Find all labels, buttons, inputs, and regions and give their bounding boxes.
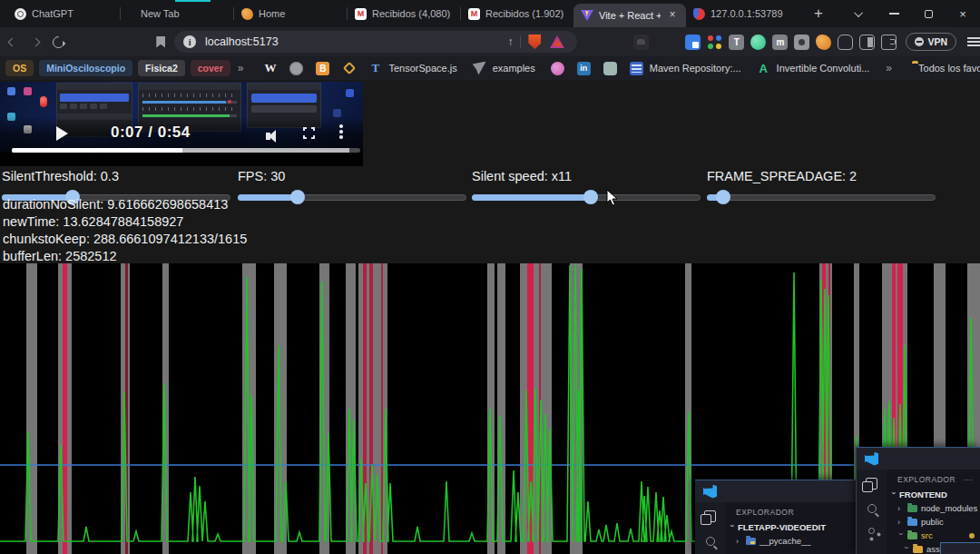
tab-gmail-2[interactable]: M Recibidos (1.902) - g — [461, 0, 573, 27]
frame-spreadage-slider[interactable] — [707, 190, 936, 204]
desktop-icon — [7, 87, 15, 95]
share-icon[interactable]: ↑ — [507, 35, 513, 48]
green-gem-extension-icon[interactable] — [750, 35, 766, 50]
close-button[interactable]: × — [946, 0, 980, 27]
tab-local-ip[interactable]: 127.0.0.1:53789 — [686, 0, 799, 27]
linkedin-bookmark-icon[interactable]: in — [577, 62, 591, 75]
t-extension-icon[interactable]: T — [729, 35, 744, 50]
fullscreen-icon[interactable] — [303, 127, 315, 139]
bookmark-maven[interactable]: Maven Repository:... — [650, 63, 741, 74]
bookmarks-overflow-chevron[interactable]: » — [238, 62, 243, 74]
home-favicon — [241, 8, 253, 20]
project-row-frontend[interactable]: › FRONTEND — [887, 490, 980, 500]
desktop-icon — [346, 89, 354, 97]
slider-thumb[interactable] — [290, 190, 305, 204]
chevron-down-icon: › — [897, 532, 906, 539]
m-extension-icon[interactable]: m — [772, 35, 788, 50]
silent-speed-slider[interactable] — [472, 190, 701, 204]
search-icon[interactable] — [867, 504, 877, 513]
colorful-paw-extension-icon[interactable] — [707, 35, 722, 50]
tab-new-tab[interactable]: New Tab — [121, 0, 233, 27]
paper-plane-icon — [473, 62, 486, 75]
vscode-title-bar[interactable] — [857, 447, 980, 470]
video-timestamp: 0:07 / 0:54 — [111, 124, 191, 142]
pink-circle-bookmark-icon[interactable] — [551, 62, 564, 75]
tab-gmail-1[interactable]: M Recibidos (4,080) - g — [348, 0, 460, 27]
tab-label: Recibidos (4,080) - g — [372, 8, 453, 19]
video-player[interactable]: 0:07 / 0:54 — [0, 82, 363, 166]
bookmark-cover[interactable]: cover — [191, 60, 230, 76]
vpn-status-icon — [915, 37, 924, 46]
wallet-icon[interactable] — [881, 35, 897, 50]
bookmark-tensorspace[interactable]: TensorSpace.js — [388, 63, 456, 74]
slider-thumb[interactable] — [583, 190, 598, 204]
explorer-header: EXPLORADOR — [736, 508, 794, 517]
mouse-cursor — [606, 189, 619, 207]
globe-bookmark-icon[interactable] — [289, 62, 303, 75]
camera-extension-icon[interactable] — [794, 35, 809, 50]
vpn-button[interactable]: VPN — [906, 33, 956, 51]
tree-item-public[interactable]: › public — [887, 517, 980, 527]
slider-thumb[interactable] — [716, 190, 730, 204]
video-progress-bar[interactable] — [12, 148, 360, 153]
menu-icon[interactable] — [967, 35, 980, 49]
bookmark-icon[interactable] — [156, 36, 165, 48]
teal-bookmark-icon[interactable] — [603, 62, 617, 75]
play-icon[interactable] — [56, 126, 68, 141]
browser-window: ChatGPT New Tab Home M Recibidos (4,080)… — [0, 0, 980, 554]
all-favorites-label[interactable]: Todos los favoritos — [918, 63, 980, 74]
address-bar[interactable]: i localhost:5173 ↑ — [174, 31, 577, 53]
bookmark-miniosciloscopio[interactable]: MiniOsciloscopio — [39, 60, 132, 76]
source-control-icon[interactable] — [867, 528, 877, 540]
orange-swoosh-extension-icon[interactable] — [816, 35, 831, 50]
vscode-window-left[interactable]: EXPLORADOR › FLETAPP-VIDEOEDIT › __pycac… — [695, 480, 856, 554]
wikipedia-icon[interactable]: W — [263, 62, 277, 75]
restore-button[interactable] — [911, 0, 946, 27]
vscode-title-bar[interactable] — [695, 480, 856, 502]
explorer-icon[interactable] — [866, 478, 877, 490]
reload-button[interactable] — [48, 31, 69, 53]
modified-dot-icon — [969, 533, 975, 539]
fps-slider[interactable] — [238, 190, 466, 204]
tree-item-src[interactable]: › src — [887, 530, 980, 540]
folder-icon — [907, 505, 917, 512]
bookmark-invertible[interactable]: Invertible Convoluti... — [777, 63, 870, 74]
tree-item-pycache[interactable]: › __pycache__ — [725, 536, 856, 546]
blogger-bookmark-icon[interactable]: B — [316, 62, 329, 75]
tab-search-button[interactable] — [842, 0, 877, 27]
video-menu-icon[interactable] — [339, 124, 343, 128]
bookmark-os[interactable]: OS — [5, 60, 34, 76]
site-info-icon[interactable]: i — [183, 35, 196, 48]
warning-extension-icon[interactable] — [550, 35, 564, 48]
search-icon[interactable] — [706, 537, 715, 546]
explorer-icon[interactable] — [704, 510, 716, 522]
tab-close-icon[interactable]: × — [666, 9, 679, 22]
vscode-logo-icon — [703, 485, 717, 499]
slider-label: SilentThreshold: 0.3 — [2, 169, 230, 183]
tab-chatgpt[interactable]: ChatGPT — [7, 0, 120, 27]
video-played — [12, 148, 182, 153]
url-text[interactable]: localhost:5173 — [205, 35, 507, 48]
volume-icon[interactable] — [266, 127, 276, 143]
tree-item-node-modules[interactable]: › node_modules — [887, 503, 980, 513]
extensions-puzzle-icon[interactable] — [838, 35, 853, 50]
gold-diamond-bookmark-icon[interactable] — [343, 62, 356, 74]
project-row-fletapp[interactable]: › FLETAPP-VIDEOEDIT — [725, 522, 856, 532]
tab-vite-react-active[interactable]: Vite + React + T × — [573, 4, 686, 27]
bookmarks-overflow-chevron-right[interactable]: » — [886, 62, 891, 74]
page-content: 0:07 / 0:54 SilentThreshold: 0.3 FPS: 30 — [0, 80, 980, 554]
brave-shield-icon[interactable] — [528, 35, 541, 49]
dark-extension-icon[interactable] — [633, 35, 649, 50]
more-actions-icon[interactable]: ··· — [964, 475, 973, 484]
back-button[interactable] — [2, 31, 23, 53]
bookmark-fisica2[interactable]: Fisica2 — [138, 60, 185, 76]
forward-button[interactable] — [24, 31, 45, 53]
minimize-button[interactable] — [877, 0, 911, 27]
sidebar-toggle-icon[interactable] — [859, 35, 875, 50]
chevron-down-icon: › — [902, 546, 911, 552]
bookmark-examples[interactable]: examples — [493, 63, 535, 74]
new-tab-button[interactable]: + — [808, 5, 829, 23]
tab-home[interactable]: Home — [234, 0, 347, 27]
translate-extension-icon[interactable] — [685, 35, 701, 50]
vscode-window-right[interactable]: EXPLORADOR ··· › FRONTEND › node_modules… — [856, 447, 980, 554]
